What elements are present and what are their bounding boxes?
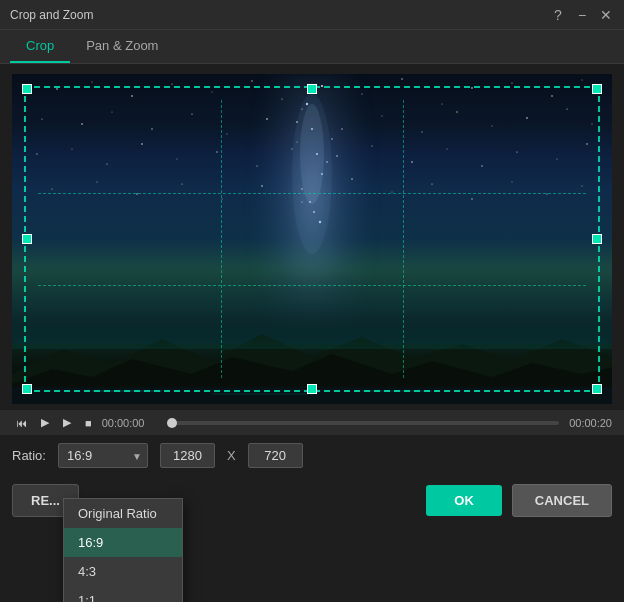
svg-point-29 <box>566 108 567 109</box>
dropdown-item-11[interactable]: 1:1 <box>64 586 182 602</box>
handle-middle-left[interactable] <box>22 234 32 244</box>
dimension-separator: X <box>227 448 236 463</box>
svg-point-37 <box>256 165 257 166</box>
handle-bottom-left[interactable] <box>22 384 32 394</box>
svg-point-15 <box>41 118 42 119</box>
svg-point-23 <box>341 128 342 129</box>
play-alt-button[interactable]: ▶ <box>59 414 75 431</box>
height-input[interactable] <box>248 443 303 468</box>
svg-point-24 <box>382 116 383 117</box>
ratio-dropdown-menu: Original Ratio16:94:31:19:16Custom <box>63 498 183 602</box>
handle-top-left[interactable] <box>22 84 32 94</box>
svg-point-6 <box>282 99 283 100</box>
svg-point-68 <box>331 138 332 139</box>
help-button[interactable]: ? <box>550 7 566 23</box>
video-background <box>12 74 612 404</box>
svg-point-49 <box>136 193 137 194</box>
svg-point-40 <box>371 145 372 146</box>
dropdown-item-169[interactable]: 16:9 <box>64 528 182 557</box>
width-input[interactable] <box>160 443 215 468</box>
svg-point-44 <box>516 151 517 152</box>
window-controls: ? − ✕ <box>550 7 614 23</box>
ratio-label: Ratio: <box>12 448 46 463</box>
svg-point-33 <box>106 163 107 164</box>
time-end: 00:00:20 <box>569 417 612 429</box>
svg-point-34 <box>141 143 143 145</box>
svg-point-8 <box>361 93 362 94</box>
svg-point-14 <box>582 80 583 81</box>
svg-point-60 <box>582 186 583 187</box>
svg-point-56 <box>431 183 432 184</box>
ok-button[interactable]: OK <box>426 485 502 516</box>
close-button[interactable]: ✕ <box>598 7 614 23</box>
svg-point-17 <box>112 112 113 113</box>
svg-point-55 <box>392 192 393 193</box>
svg-point-2 <box>131 95 133 97</box>
svg-point-35 <box>177 159 178 160</box>
svg-point-32 <box>72 149 73 150</box>
svg-point-7 <box>321 85 323 87</box>
ratio-select[interactable]: Original Ratio 16:9 4:3 1:1 9:16 Custom <box>58 443 148 468</box>
svg-point-13 <box>551 95 552 96</box>
svg-point-45 <box>557 159 558 160</box>
svg-point-12 <box>511 82 512 83</box>
svg-point-20 <box>227 134 228 135</box>
handle-bottom-right[interactable] <box>592 384 602 394</box>
step-back-button[interactable]: ⏮ <box>12 415 31 431</box>
svg-point-1 <box>92 82 93 83</box>
svg-point-5 <box>251 80 252 81</box>
stop-button[interactable]: ■ <box>81 415 96 431</box>
dropdown-item-43[interactable]: 4:3 <box>64 557 182 586</box>
handle-top-middle[interactable] <box>307 84 317 94</box>
svg-point-25 <box>421 131 422 132</box>
svg-point-43 <box>481 165 482 166</box>
svg-point-39 <box>336 155 337 156</box>
svg-point-42 <box>447 149 448 150</box>
svg-point-48 <box>97 182 98 183</box>
dropdown-item-original[interactable]: Original Ratio <box>64 499 182 528</box>
svg-point-59 <box>546 193 547 194</box>
svg-point-47 <box>51 188 52 189</box>
tab-crop[interactable]: Crop <box>10 30 70 63</box>
timeline-position[interactable] <box>167 418 177 428</box>
svg-point-31 <box>36 153 37 154</box>
svg-point-52 <box>261 185 263 187</box>
time-current: 00:00:00 <box>102 417 162 429</box>
title-bar: Crop and Zoom ? − ✕ <box>0 0 624 30</box>
tab-pan-zoom[interactable]: Pan & Zoom <box>70 30 174 63</box>
play-button[interactable]: ▶ <box>37 414 53 431</box>
handle-bottom-middle[interactable] <box>307 384 317 394</box>
svg-point-46 <box>586 143 587 144</box>
cancel-button[interactable]: CANCEL <box>512 484 612 517</box>
controls-row: Ratio: Original Ratio 16:9 4:3 1:1 9:16 … <box>0 435 624 476</box>
window-title: Crop and Zoom <box>10 8 550 22</box>
svg-point-74 <box>300 104 324 204</box>
svg-point-30 <box>592 124 593 125</box>
svg-point-3 <box>171 83 172 84</box>
tabs-bar: Crop Pan & Zoom <box>0 30 624 64</box>
svg-point-11 <box>471 87 473 89</box>
svg-point-9 <box>401 78 402 79</box>
playback-bar: ⏮ ▶ ▶ ■ 00:00:00 00:00:20 <box>0 410 624 435</box>
svg-point-41 <box>411 161 413 163</box>
svg-point-50 <box>181 183 182 184</box>
svg-point-21 <box>266 118 268 120</box>
svg-point-69 <box>291 148 292 149</box>
svg-point-51 <box>222 199 223 200</box>
svg-point-58 <box>512 182 513 183</box>
svg-point-57 <box>471 198 472 199</box>
timeline-bar[interactable] <box>172 421 560 425</box>
handle-middle-right[interactable] <box>592 234 602 244</box>
svg-point-28 <box>526 117 528 119</box>
svg-point-26 <box>456 111 457 112</box>
minimize-button[interactable]: − <box>574 7 590 23</box>
svg-point-54 <box>351 178 352 179</box>
ratio-select-wrapper: Original Ratio 16:9 4:3 1:1 9:16 Custom … <box>58 443 148 468</box>
svg-point-19 <box>191 113 192 114</box>
video-preview <box>12 74 612 404</box>
svg-point-10 <box>442 104 443 105</box>
svg-point-16 <box>81 123 83 125</box>
svg-point-4 <box>212 92 213 93</box>
svg-point-36 <box>216 151 217 152</box>
handle-top-right[interactable] <box>592 84 602 94</box>
